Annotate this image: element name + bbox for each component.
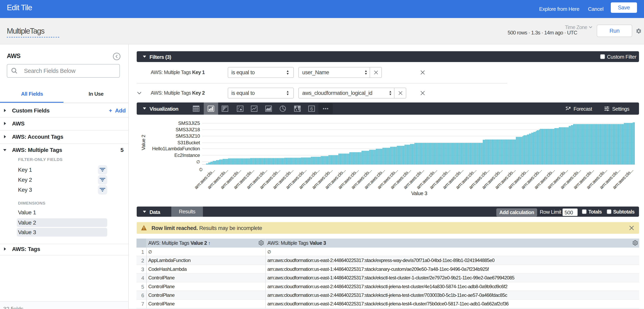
svg-text:SMS3JIZ5: SMS3JIZ5 — [178, 120, 200, 126]
svg-text:Ec2Instance: Ec2Instance — [174, 152, 200, 158]
svg-text:SMS3JIZ18: SMS3JIZ18 — [176, 127, 200, 132]
svg-text:Hello1LambdaFunction: Hello1LambdaFunction — [152, 146, 200, 151]
svg-text:S31Bucket: S31Bucket — [178, 140, 200, 145]
svg-text:6: 6 — [310, 106, 313, 112]
svg-text:Value 3: Value 3 — [411, 190, 427, 196]
svg-text:∅: ∅ — [198, 167, 204, 172]
svg-text:SMS3JIZ10: SMS3JIZ10 — [176, 133, 200, 139]
svg-text:Value 2: Value 2 — [141, 135, 146, 150]
svg-text:∅: ∅ — [196, 160, 200, 164]
